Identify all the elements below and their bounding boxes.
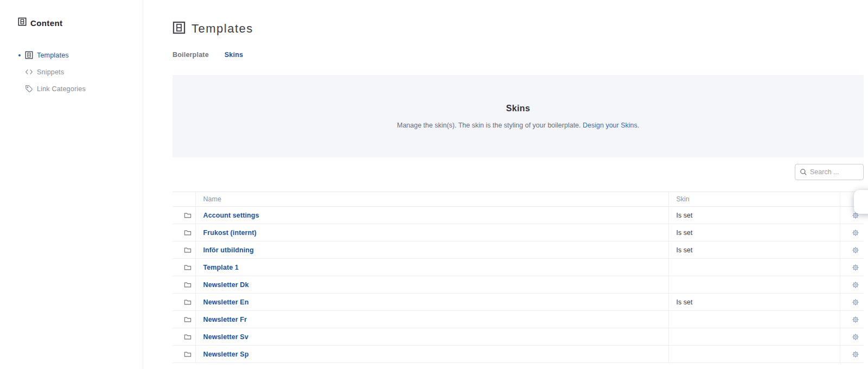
column-header-skin: Skin	[668, 192, 840, 207]
table-row[interactable]: Newsletter Sp	[173, 346, 864, 363]
gear-icon[interactable]	[852, 264, 859, 271]
table-row[interactable]: Frukost (internt) Is set	[173, 224, 864, 241]
template-name-link[interactable]: Inför utbildning	[203, 246, 254, 254]
skin-status: Is set	[668, 241, 840, 259]
skin-status	[668, 346, 840, 363]
main-content: Templates Boilerplate Skins Skins Manage…	[143, 0, 868, 369]
table-row[interactable]: Newsletter Dk	[173, 276, 864, 294]
table-row[interactable]: Newsletter Fr	[173, 311, 864, 328]
sidebar-item-snippets[interactable]: Snippets	[0, 63, 143, 80]
gear-icon[interactable]	[852, 246, 859, 254]
tab-bar: Boilerplate Skins	[173, 51, 864, 59]
templates-icon	[173, 21, 186, 36]
gear-icon[interactable]	[852, 229, 859, 237]
folder-icon	[184, 212, 192, 219]
table-row[interactable]: Account settings Is set	[173, 207, 864, 224]
gear-icon[interactable]	[852, 298, 859, 306]
sidebar-item-label: Link Categories	[37, 85, 86, 93]
template-name-link[interactable]: Newsletter Sv	[203, 333, 248, 341]
sidebar-item-label: Templates	[37, 52, 69, 59]
template-name-link[interactable]: Account settings	[203, 212, 259, 219]
banner-description: Manage the skin(s). The skin is the styl…	[173, 122, 864, 129]
skin-status	[668, 259, 840, 276]
skin-status: Is set	[668, 207, 840, 224]
skin-status	[668, 328, 840, 346]
folder-icon	[184, 298, 192, 306]
search-box[interactable]	[795, 164, 864, 180]
page-header: Templates	[173, 21, 864, 36]
banner-title: Skins	[173, 104, 864, 113]
folder-icon	[184, 316, 192, 323]
templates-table: Name Skin Account settings Is set Frukos…	[173, 192, 864, 363]
template-name-link[interactable]: Frukost (internt)	[203, 229, 257, 237]
code-icon	[25, 68, 33, 76]
skin-status	[668, 311, 840, 328]
folder-icon	[184, 351, 192, 358]
skin-status	[668, 276, 840, 294]
skin-status: Is set	[668, 224, 840, 241]
folder-icon	[184, 229, 192, 237]
content-icon	[18, 17, 27, 28]
search-row	[173, 164, 864, 180]
sidebar-item-templates[interactable]: Templates	[0, 47, 143, 63]
tab-skins[interactable]: Skins	[225, 51, 243, 59]
skins-banner: Skins Manage the skin(s). The skin is th…	[173, 75, 864, 157]
template-name-link[interactable]: Newsletter En	[203, 298, 249, 306]
template-name-link[interactable]: Newsletter Dk	[203, 281, 249, 289]
skin-status: Is set	[668, 294, 840, 311]
template-icon	[25, 51, 33, 59]
sidebar-item-label: Snippets	[37, 68, 64, 76]
active-bullet	[18, 54, 21, 56]
folder-icon	[184, 264, 192, 271]
template-name-link[interactable]: Newsletter Sp	[203, 351, 249, 358]
gear-icon[interactable]	[852, 281, 859, 289]
sidebar-nav: Templates Snippets Link Categories	[0, 47, 143, 97]
banner-description-text: Manage the skin(s). The skin is the styl…	[397, 122, 583, 129]
sidebar-item-link-categories[interactable]: Link Categories	[0, 80, 143, 97]
search-icon	[800, 168, 807, 176]
sidebar-title: Content	[30, 18, 62, 28]
banner-description-suffix: .	[637, 122, 639, 129]
page-title: Templates	[192, 22, 253, 36]
gear-icon[interactable]	[852, 316, 859, 323]
folder-icon	[184, 281, 192, 289]
column-header-name: Name	[195, 192, 668, 207]
table-row[interactable]: Inför utbildning Is set	[173, 241, 864, 259]
search-input[interactable]	[810, 168, 859, 176]
sidebar: Content Templates Snippets Link Categori…	[0, 0, 143, 369]
table-row[interactable]: Template 1	[173, 259, 864, 276]
column-header-icon	[173, 192, 195, 207]
gear-icon[interactable]	[852, 333, 859, 341]
sidebar-header: Content	[18, 17, 143, 28]
design-your-skins-link[interactable]: Design your Skins	[583, 122, 637, 129]
gear-icon[interactable]	[852, 351, 859, 358]
folder-icon	[184, 333, 192, 341]
tag-icon	[25, 85, 33, 93]
edge-overlay-shadow	[854, 190, 868, 214]
table-row[interactable]: Newsletter Sv	[173, 328, 864, 346]
table-header-row: Name Skin	[173, 192, 864, 207]
tab-boilerplate[interactable]: Boilerplate	[173, 51, 209, 59]
template-name-link[interactable]: Template 1	[203, 264, 239, 271]
folder-icon	[184, 246, 192, 254]
table-row[interactable]: Newsletter En Is set	[173, 294, 864, 311]
template-name-link[interactable]: Newsletter Fr	[203, 316, 247, 323]
